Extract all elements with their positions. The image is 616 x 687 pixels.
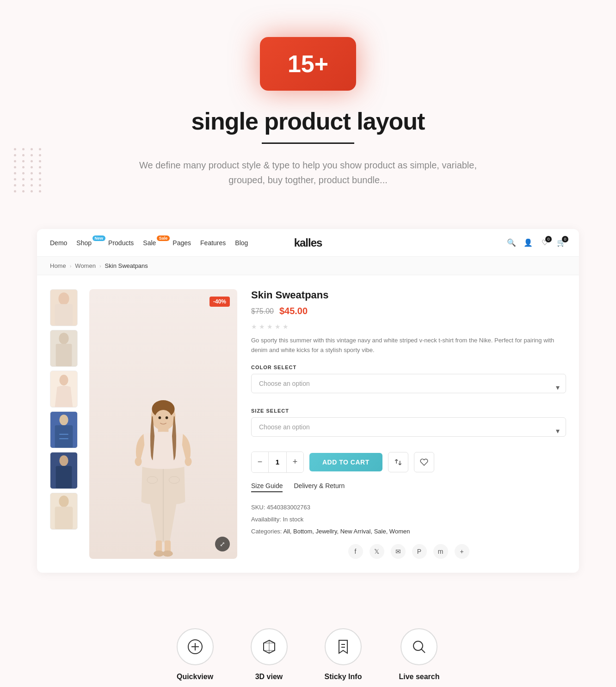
feature-3dview: 3D view — [251, 628, 288, 681]
categories-value[interactable]: All, Bottom, Jewellry, New Arrival, Sale… — [283, 528, 410, 535]
wishlist-button[interactable] — [414, 452, 434, 472]
more-icon[interactable]: + — [455, 544, 469, 559]
svg-point-9 — [59, 415, 68, 425]
product-categories: Categories: All, Bottom, Jewellry, New A… — [251, 526, 566, 538]
product-image-svg — [112, 392, 214, 559]
nav-blog[interactable]: Blog — [235, 239, 248, 247]
breadcrumb-home[interactable]: Home — [50, 262, 66, 269]
nav-badge-sale: Sale — [157, 235, 170, 241]
product-info: Skin Sweatpans $75.00 $45.00 ★ ★ ★ ★ ★ G… — [246, 289, 566, 559]
svg-point-31 — [154, 409, 172, 429]
star-4: ★ — [275, 323, 281, 329]
svg-point-14 — [59, 455, 68, 466]
star-1: ★ — [251, 323, 258, 329]
nav-products[interactable]: Products — [108, 239, 134, 247]
nav-sale[interactable]: Sale Sale — [143, 239, 163, 247]
quickview-icon[interactable] — [177, 628, 214, 665]
thumbnail-2[interactable] — [50, 330, 78, 367]
price-row: $75.00 $45.00 — [251, 306, 566, 316]
product-meta: SKU: 4540383002763 Availability: In stoc… — [251, 501, 566, 538]
account-icon[interactable]: 👤 — [524, 238, 533, 248]
3dview-svg — [261, 638, 277, 655]
nav-demo[interactable]: Demo — [50, 239, 67, 247]
email-icon[interactable]: ✉ — [391, 544, 406, 559]
3dview-label: 3D view — [255, 673, 283, 681]
nav-left: Demo Shop New Products Sale Sale Pages F… — [50, 239, 507, 247]
thumbnail-1[interactable] — [50, 289, 78, 326]
3dview-icon[interactable] — [251, 628, 288, 665]
quantity-input[interactable] — [268, 452, 287, 472]
tab-delivery-return[interactable]: Delivery & Return — [294, 482, 345, 492]
size-select[interactable]: Choose an option XS S M L XL — [251, 417, 566, 437]
add-to-cart-button[interactable]: ADD TO CART — [309, 453, 382, 471]
site-logo: kalles — [294, 236, 322, 249]
nav-features[interactable]: Features — [200, 239, 226, 247]
cart-count: 0 — [562, 236, 568, 242]
expand-button[interactable]: ⤢ — [215, 537, 230, 551]
breadcrumb-current: Skin Sweatpans — [105, 262, 148, 269]
tab-size-guide[interactable]: Size Guide — [251, 482, 283, 492]
size-select-wrap: Choose an option XS S M L XL ▾ — [251, 417, 566, 444]
svg-point-17 — [59, 495, 68, 507]
hero-title: single product layout — [9, 107, 607, 135]
quantity-decrease-button[interactable]: − — [252, 452, 268, 472]
product-description: Go sporty this summer with this vintage … — [251, 336, 566, 355]
color-select[interactable]: Choose an option White Black Pink — [251, 374, 566, 393]
discount-badge: -40% — [209, 297, 230, 307]
sticky-info-svg — [335, 638, 351, 655]
live-search-icon[interactable] — [400, 628, 437, 665]
old-price: $75.00 — [251, 307, 274, 316]
thumbnail-3[interactable] — [50, 371, 78, 408]
breadcrumb-sep-1: › — [70, 263, 72, 269]
feature-live-search: Live search — [399, 628, 439, 681]
feature-quickview: Quickview — [177, 628, 214, 681]
sticky-info-icon[interactable] — [325, 628, 362, 665]
pinterest-icon[interactable]: P — [412, 544, 427, 559]
breadcrumb-sep-2: › — [99, 263, 101, 269]
wishlist-icon[interactable]: ♡ 0 — [540, 238, 549, 248]
svg-point-32 — [159, 416, 161, 419]
svg-rect-10 — [55, 425, 73, 447]
svg-point-1 — [58, 292, 69, 305]
color-select-wrap: Choose an option White Black Pink ▾ — [251, 374, 566, 401]
svg-rect-2 — [55, 304, 73, 325]
product-layout: -40% — [37, 275, 579, 573]
facebook-icon[interactable]: f — [348, 544, 363, 559]
product-main-image: -40% — [89, 289, 237, 559]
thumbnail-4[interactable] — [50, 411, 78, 448]
nav-shop[interactable]: Shop New — [76, 239, 99, 247]
svg-point-23 — [185, 457, 191, 466]
categories-label: Categories: — [251, 528, 283, 535]
cart-row: − + ADD TO CART — [251, 452, 566, 473]
nav-right: 🔍 👤 ♡ 0 🛒 0 — [507, 238, 566, 248]
quantity-control: − + — [251, 452, 304, 473]
messenger-icon[interactable]: m — [433, 544, 448, 559]
size-select-label: SIZE SELECT — [251, 408, 566, 414]
svg-point-7 — [59, 375, 68, 385]
quickview-label: Quickview — [177, 673, 213, 681]
new-price: $45.00 — [279, 306, 308, 316]
twitter-icon[interactable]: 𝕏 — [370, 544, 384, 559]
live-search-svg — [411, 638, 427, 655]
compare-button[interactable] — [388, 452, 408, 472]
product-sku: SKU: 4540383002763 — [251, 501, 566, 514]
color-select-label: COLOR SELECT — [251, 365, 566, 370]
breadcrumb-women[interactable]: Women — [75, 262, 96, 269]
product-thumbnails — [50, 289, 80, 559]
wishlist-count: 0 — [545, 236, 552, 242]
hero-description: We define many product style & type to h… — [128, 158, 488, 187]
svg-point-22 — [135, 457, 142, 466]
cart-icon[interactable]: 🛒 0 — [557, 238, 566, 248]
thumbnail-5[interactable] — [50, 452, 78, 489]
search-icon[interactable]: 🔍 — [507, 238, 516, 248]
breadcrumb: Home › Women › Skin Sweatpans — [37, 257, 579, 275]
svg-rect-5 — [56, 344, 72, 366]
svg-line-40 — [421, 649, 425, 653]
quickview-svg — [187, 638, 203, 655]
nav-pages[interactable]: Pages — [172, 239, 191, 247]
quantity-increase-button[interactable]: + — [287, 452, 303, 472]
thumbnail-6[interactable] — [50, 493, 78, 530]
svg-rect-18 — [55, 507, 73, 529]
star-rating: ★ ★ ★ ★ ★ — [251, 323, 566, 329]
svg-point-30 — [162, 551, 173, 557]
